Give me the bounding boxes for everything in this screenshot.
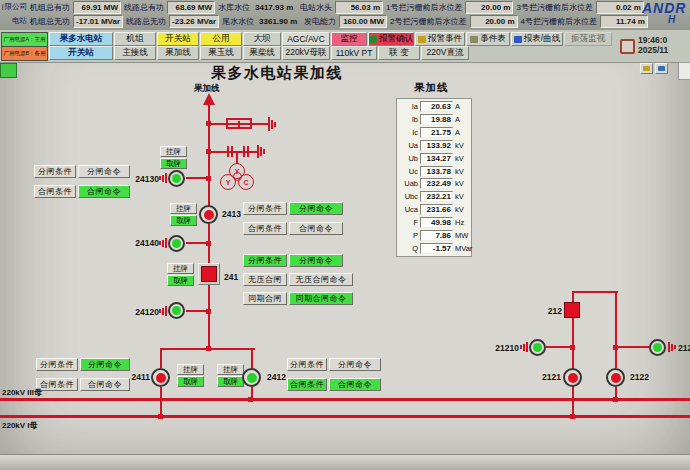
tab-guojia-line[interactable]: 果加线 xyxy=(157,46,199,60)
measurement-value: 20.63 xyxy=(420,101,453,112)
breaker-241[interactable] xyxy=(201,266,217,282)
btn-2412-close-cond[interactable]: 合闸条件 xyxy=(287,378,327,391)
tab-guochai-line[interactable]: 果柴线 xyxy=(243,46,281,60)
company-label: 有限公司 xyxy=(2,2,27,12)
btn-2411-take-tag[interactable]: 取牌 xyxy=(177,376,204,387)
disconnector-2122[interactable] xyxy=(606,368,625,387)
measurement-value: -1.57 xyxy=(420,243,453,254)
tab-common[interactable]: 公用 xyxy=(200,32,242,46)
taskbar xyxy=(0,454,690,470)
pan-tool-button[interactable] xyxy=(640,63,653,74)
measurement-unit: A xyxy=(455,102,460,111)
measurement-row: P7.86MW xyxy=(399,229,469,241)
metric-value: 68.69 MW xyxy=(167,1,215,14)
measurement-unit: kV xyxy=(455,154,464,163)
disconnector-2411[interactable] xyxy=(151,368,170,387)
tab-monitor[interactable]: 监控 xyxy=(331,32,367,46)
metric-label: 2号拦污栅前后水位差 xyxy=(390,16,466,27)
tab-units[interactable]: 机组 xyxy=(114,32,156,46)
btn-241-take-tag[interactable]: 取牌 xyxy=(167,275,194,286)
disconnector-2412[interactable] xyxy=(242,368,261,387)
btn-2411-hang-tag[interactable]: 挂牌 xyxy=(177,364,204,375)
metric-value: 160.00 MW xyxy=(339,15,387,28)
btn-241-novolt-cond[interactable]: 无压合闸 xyxy=(243,273,287,286)
capacitor-symbol xyxy=(247,146,249,157)
btn-24130-open-cmd[interactable]: 分闸命令 xyxy=(78,165,130,178)
tab-transformer[interactable]: 联 变 xyxy=(378,46,420,60)
capacitor-symbol xyxy=(227,146,229,157)
tab-220v-dc[interactable]: 220V直流 xyxy=(421,46,469,60)
disconnector-2121[interactable] xyxy=(563,368,582,387)
btn-2412-close-cmd[interactable]: 合闸命令 xyxy=(329,378,381,391)
tab-dam[interactable]: 大坝 xyxy=(243,32,281,46)
alarm-confirm-label: 报警确认 xyxy=(379,33,413,45)
scroll-arrow-box[interactable] xyxy=(678,62,690,80)
btn-2412-open-cond[interactable]: 分闸条件 xyxy=(287,358,327,371)
btn-241-hang-tag[interactable]: 挂牌 xyxy=(167,263,194,274)
btn-2413-hang-tag[interactable]: 挂牌 xyxy=(170,203,197,214)
btn-2411-open-cmd[interactable]: 分闸命令 xyxy=(80,358,130,371)
btn-2413-close-cond[interactable]: 合闸条件 xyxy=(243,222,287,235)
earth-switch-21210[interactable] xyxy=(529,339,546,356)
btn-2413-open-cmd[interactable]: 分闸命令 xyxy=(289,202,343,215)
alarm-events-button[interactable]: 报警事件 xyxy=(415,32,465,46)
page-title: 果多水电站果加线 xyxy=(211,64,343,83)
metric-value: 3361.90 m xyxy=(257,16,301,27)
btn-2413-take-tag[interactable]: 取牌 xyxy=(170,215,197,226)
btn-241-sync-cond[interactable]: 同期合闸 xyxy=(243,292,287,305)
btn-2411-close-cond[interactable]: 合闸条件 xyxy=(36,378,78,391)
tab-switchyard-page[interactable]: 开关站 xyxy=(49,46,113,60)
nav-row-main: 果多水电站 机组 开关站 公用 大坝 AGC/AVC 监控 报警确认 报警事件 … xyxy=(49,32,612,46)
surge-arrester-symbol[interactable] xyxy=(226,118,252,129)
tab-110kv-pt[interactable]: 110kV PT xyxy=(331,46,377,60)
report-curve-icon xyxy=(514,36,522,43)
oscillation-monitor-button[interactable]: 振荡监视 xyxy=(564,32,612,46)
btn-24130-close-cmd[interactable]: 合闸命令 xyxy=(78,185,130,198)
btn-24130-close-cond[interactable]: 合闸条件 xyxy=(34,185,76,198)
earth-switch-24140[interactable] xyxy=(168,235,185,252)
tab-agc-avc[interactable]: AGC/AVC xyxy=(282,32,330,46)
earth-switch-24120[interactable] xyxy=(168,302,185,319)
report-curve-button[interactable]: 报表/曲线 xyxy=(511,32,563,46)
btn-2412-open-cmd[interactable]: 分闸命令 xyxy=(329,358,381,371)
clock-date: 2025/11 xyxy=(638,45,668,55)
btn-2412-hang-tag[interactable]: 挂牌 xyxy=(217,364,244,375)
measurement-row: Q-1.57MVar xyxy=(399,242,469,254)
btn-241-open-cond[interactable]: 分闸条件 xyxy=(243,254,287,267)
btn-2411-open-cond[interactable]: 分闸条件 xyxy=(36,358,78,371)
corner-status-badge xyxy=(0,63,17,78)
btn-241-novolt-cmd[interactable]: 无压合闸命令 xyxy=(289,273,353,286)
alarm-confirm-button[interactable]: 报警确认 xyxy=(368,32,414,46)
btn-2412-take-tag[interactable]: 取牌 xyxy=(217,376,244,387)
tab-switchyard[interactable]: 开关站 xyxy=(157,32,199,46)
btn-2411-close-cmd[interactable]: 合闸命令 xyxy=(80,378,130,391)
measurement-value: 7.86 xyxy=(420,230,453,241)
metric-label: 4号拦污栅前后水位差 xyxy=(521,16,597,27)
event-list-button[interactable]: 事件表 xyxy=(466,32,510,46)
btn-2413-close-cmd[interactable]: 合闸命令 xyxy=(289,222,343,235)
btn-24130-hang-tag[interactable]: 挂牌 xyxy=(160,146,187,157)
alarm-events-icon xyxy=(418,36,426,43)
breaker-212[interactable] xyxy=(564,302,580,318)
tab-guoyu-line[interactable]: 果玉线 xyxy=(200,46,242,60)
btn-24130-open-cond[interactable]: 分闸条件 xyxy=(34,165,76,178)
label-24130: 24130 xyxy=(131,174,159,184)
btn-241-open-cmd[interactable]: 分闸命令 xyxy=(289,254,343,267)
btn-24130-take-tag[interactable]: 取牌 xyxy=(160,158,187,169)
zoom-tool-button[interactable] xyxy=(655,63,668,74)
bus-tie-jumper xyxy=(572,291,618,293)
tab-guoduo-station[interactable]: 果多水电站 xyxy=(49,32,113,46)
disconnector-2413[interactable] xyxy=(199,205,218,224)
tab-bus-tie[interactable]: 220kV母联 xyxy=(282,46,330,60)
junction-dot xyxy=(206,176,211,181)
nav-row-pages: 开关站 主接线 果加线 果玉线 果柴线 220kV母联 110kV PT 联 变… xyxy=(49,46,469,60)
junction-dot xyxy=(248,397,253,402)
earth-switch-24130[interactable] xyxy=(168,170,185,187)
measurement-row: Ia20.63A xyxy=(399,101,469,113)
measurement-value: 21.75 xyxy=(420,127,453,138)
btn-241-sync-cmd[interactable]: 同期合闸命令 xyxy=(289,292,353,305)
tab-main-wiring[interactable]: 主接线 xyxy=(114,46,156,60)
andritz-logo: ANDR H xyxy=(642,1,690,29)
earth-switch-21220[interactable] xyxy=(649,339,666,356)
btn-2413-open-cond[interactable]: 分闸条件 xyxy=(243,202,287,215)
